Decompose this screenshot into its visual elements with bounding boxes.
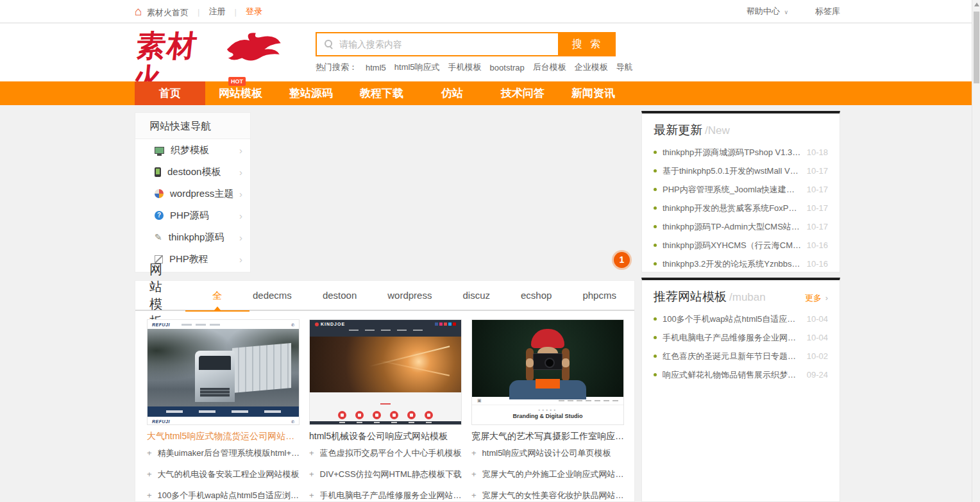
- tab-wordpress[interactable]: wordpress: [384, 280, 435, 310]
- plus-icon: +: [309, 469, 314, 479]
- sub-link-label: 蓝色虚拟币交易平台个人中心手机模板: [320, 448, 462, 459]
- template-sub-link[interactable]: + 大气的机电设备安装工程企业网站模板: [147, 464, 300, 485]
- login-link[interactable]: 登录: [246, 6, 262, 17]
- chevron-right-icon: ›: [239, 254, 242, 265]
- tab-destoon[interactable]: destoon: [319, 280, 360, 310]
- hot-search-link[interactable]: html5: [366, 63, 386, 72]
- quick-nav-item-thinkphp[interactable]: ✎ thinkphp源码 ›: [135, 226, 250, 248]
- template-card: REFUJI ✆ REFUJI ✆ 大气html5响应式物流货运公司网站模板 +…: [147, 319, 300, 502]
- sub-link-label: html5响应式网站设计公司单页模板: [482, 448, 611, 459]
- template-title-link[interactable]: 大气html5响应式物流货运公司网站模板: [147, 431, 300, 442]
- tab-all[interactable]: 全部: [208, 280, 226, 310]
- list-item[interactable]: thinkphp源码TP-Admin大型CMS站群... 10-17: [642, 217, 840, 236]
- tag-library-link[interactable]: 标签库: [815, 6, 840, 17]
- template-sub-link[interactable]: + html5响应式网站设计公司单页模板: [471, 442, 624, 464]
- template-sub-link[interactable]: + 精美uimaker后台管理系统模版html+d...: [147, 442, 300, 464]
- hot-search-link[interactable]: 企业模板: [575, 62, 608, 73]
- page-scrollbar[interactable]: [972, 0, 980, 502]
- hot-search-link[interactable]: 手机模板: [448, 62, 482, 73]
- latest-updates-panel: 最新更新 /New thinkphp开源商城源码TPshop V1.3.1...…: [641, 111, 840, 272]
- recommended-title: 推荐网站模板: [654, 289, 727, 305]
- recommended-more-link[interactable]: 更多 ›: [805, 292, 828, 304]
- nav-item-home[interactable]: 首页: [135, 81, 205, 105]
- nav-item-clone[interactable]: 仿站: [417, 81, 487, 105]
- template-sub-link[interactable]: + 蓝色虚拟币交易平台个人中心手机模板: [309, 442, 462, 464]
- hot-search-link[interactable]: 后台模板: [533, 62, 566, 73]
- template-sub-link[interactable]: + 宽屏大气的户外施工企业响应式网站模板: [471, 464, 624, 485]
- list-item[interactable]: 基于thinkphp5.0.1开发的wstMall V1.7.... 10-17: [642, 162, 840, 180]
- item-date: 10-17: [801, 185, 828, 194]
- logo-dot-icon: [315, 322, 319, 326]
- hot-search-label: 热门搜索：: [316, 62, 357, 73]
- template-sub-link[interactable]: + DIV+CSS仿拉勾网HTML静态模板下载: [309, 464, 462, 485]
- latest-title: 最新更新: [654, 122, 702, 138]
- list-item[interactable]: PHP内容管理系统_Joomla快速建站指南... 10-17: [642, 180, 840, 199]
- thumb-caption-section: ●●●●● Branding & Digital Studio: [472, 405, 623, 425]
- search-input[interactable]: [339, 39, 558, 49]
- slider-page-badge[interactable]: 1: [614, 252, 630, 268]
- item-title: thinkphp3.2开发的论坛系统Yznbbs论...: [663, 258, 801, 270]
- nav-item-source[interactable]: 整站源码: [276, 81, 346, 105]
- tab-dedecms[interactable]: dedecms: [249, 280, 296, 310]
- hot-badge: HOT: [228, 77, 246, 86]
- register-link[interactable]: 注册: [209, 6, 226, 17]
- phone-icon: ✆: [291, 322, 294, 327]
- home-link[interactable]: ⌂ 素材火首页: [135, 5, 189, 19]
- phone-icon: ✆: [291, 419, 294, 424]
- bullet-icon: [654, 206, 657, 210]
- template-thumbnail-logistics[interactable]: REFUJI ✆ REFUJI ✆: [147, 319, 300, 425]
- template-thumbnail-photography[interactable]: ▣ ●●●●● Branding & Digital Studio: [471, 319, 624, 425]
- bullet-icon: [654, 225, 657, 228]
- item-title: thinkphp源码XYHCMS（行云海CMS）...: [663, 240, 801, 251]
- tab-discuz[interactable]: discuz: [459, 280, 494, 310]
- list-item[interactable]: 红色喜庆的圣诞元旦新年节日专题网页... 10-02: [642, 347, 840, 365]
- tab-phpcms[interactable]: phpcms: [579, 280, 620, 310]
- templates-panel: 网站模板 全部 dedecms destoon wordpress discuz…: [135, 280, 635, 502]
- latest-subtitle: /New: [705, 124, 730, 137]
- scrollbar-up-arrow-icon[interactable]: [974, 3, 979, 6]
- thumb-brand: KINDJOE: [321, 322, 345, 326]
- tab-ecshop[interactable]: ecshop: [517, 280, 555, 310]
- template-title-link[interactable]: 宽屏大气的艺术写真摄影工作室响应式网站: [471, 431, 624, 442]
- nav-item-qa[interactable]: 技术问答: [487, 81, 558, 105]
- quick-nav-item-php[interactable]: ? PHP源码 ›: [135, 205, 250, 226]
- template-sub-link[interactable]: + 100多个手机wap站点html5自适应浏览...: [147, 485, 300, 502]
- hot-search-link[interactable]: bootstrap: [490, 63, 525, 72]
- item-title: thinkphp开发的悬赏威客系统FoxPHP下...: [663, 203, 801, 214]
- list-item[interactable]: 响应式鲜花礼物饰品销售展示织梦模板 09-24: [642, 365, 840, 384]
- plus-icon: +: [147, 490, 152, 500]
- hot-search-link[interactable]: html5响应式: [394, 62, 440, 73]
- template-sub-link[interactable]: + 宽屏大气的女性美容化妆护肤品网站模板: [471, 485, 624, 502]
- item-date: 10-18: [801, 147, 828, 157]
- template-thumbnail-machinery[interactable]: KINDJOE: [309, 319, 462, 425]
- template-sub-link[interactable]: + 手机电脑电子产品维修服务企业网站模板: [309, 485, 462, 502]
- list-item[interactable]: thinkphp源码XYHCMS（行云海CMS）... 10-16: [642, 236, 840, 255]
- search-button[interactable]: 搜 索: [559, 32, 616, 56]
- item-title: 红色喜庆的圣诞元旦新年节日专题网页...: [663, 351, 801, 362]
- bullet-icon: [654, 262, 657, 265]
- bullet-icon: [654, 373, 657, 376]
- nav-item-news[interactable]: 新闻资讯: [558, 81, 629, 105]
- list-item[interactable]: thinkphp开发的悬赏威客系统FoxPHP下... 10-17: [642, 199, 840, 217]
- scrollbar-thumb[interactable]: [974, 12, 979, 83]
- list-item[interactable]: thinkphp开源商城源码TPshop V1.3.1... 10-18: [642, 143, 840, 162]
- item-title: 响应式鲜花礼物饰品销售展示织梦模板: [663, 369, 801, 381]
- help-center-link[interactable]: 帮助中心 ∨: [747, 6, 788, 17]
- template-title-link[interactable]: html5机械设备公司响应式网站模板: [309, 431, 462, 442]
- quick-nav-item-destoon[interactable]: destoon模板 ›: [135, 161, 250, 183]
- chevron-right-icon: ›: [239, 167, 242, 178]
- quick-nav-item-wordpress[interactable]: wordpress主题 ›: [135, 183, 250, 205]
- item-date: 10-17: [801, 222, 828, 231]
- quick-nav-item-dede[interactable]: 织梦模板 ›: [135, 139, 250, 161]
- hot-search-link[interactable]: 导航: [616, 62, 633, 73]
- chevron-right-icon: ›: [239, 232, 242, 243]
- list-item[interactable]: 手机电脑电子产品维修服务企业网站模板 10-04: [642, 328, 840, 347]
- list-item[interactable]: thinkphp3.2开发的论坛系统Yznbbs论... 10-16: [642, 255, 840, 273]
- sub-link-label: 手机电脑电子产品维修服务企业网站模板: [320, 490, 462, 501]
- item-date: 10-17: [801, 203, 828, 213]
- item-date: 10-17: [801, 166, 828, 176]
- item-title: PHP内容管理系统_Joomla快速建站指南...: [663, 184, 801, 196]
- list-item[interactable]: 100多个手机wap站点html5自适应浏览... 10-04: [642, 310, 840, 328]
- nav-item-tutorials[interactable]: 教程下载: [346, 81, 417, 105]
- nav-item-templates[interactable]: 网站模板 HOT: [205, 81, 276, 105]
